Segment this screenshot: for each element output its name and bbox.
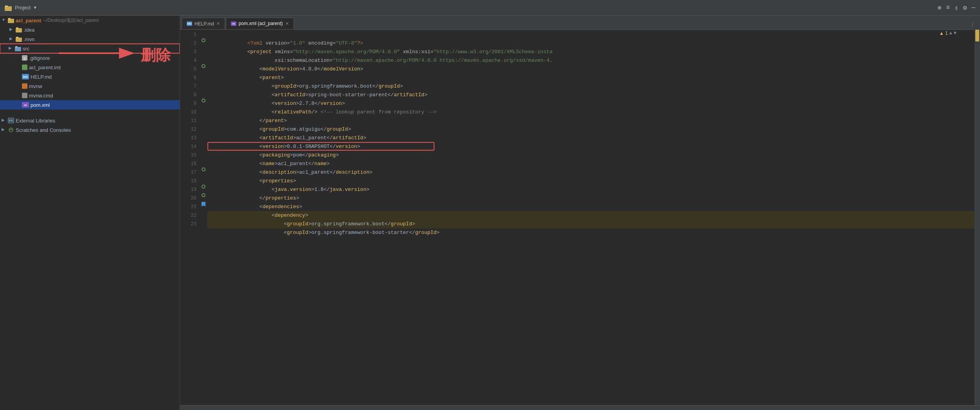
titlebar-dropdown-arrow[interactable]: ▼: [34, 5, 36, 10]
sidebar-item-scratches[interactable]: Scratches and Consoles: [0, 125, 180, 135]
svg-rect-16: [22, 93, 27, 98]
xml-decl-1: <?xml: [247, 40, 266, 46]
svg-rect-18: [9, 119, 10, 122]
xml-br-15b: >: [275, 161, 278, 167]
sidebar-item-mvnw[interactable]: mvnw: [0, 81, 180, 91]
horizontal-scrollbar[interactable]: [180, 405, 980, 410]
xml-br-21b: >: [305, 212, 308, 218]
xml-br-8c: </: [314, 101, 321, 106]
scratches-label: Scratches and Consoles: [16, 127, 71, 133]
tab-helpmd-close[interactable]: ✕: [216, 21, 220, 26]
sidebar-item-external-libraries[interactable]: External Libraries: [0, 116, 180, 125]
xml-br-14c: </: [302, 152, 308, 158]
xml-attr-xmlns: xmlns: [275, 49, 290, 55]
libraries-icon: [8, 118, 14, 123]
xml-tag-pkg-close: packaging: [308, 152, 336, 158]
xml-tag-mv-close: modelVersion: [324, 66, 360, 72]
xml-br-4d: >: [360, 66, 363, 72]
xml-tag-ver2: version: [263, 144, 284, 149]
xml-val-xsi: "http://www.w3.org/2001/XMLSchema-insta: [434, 49, 553, 55]
sidebar-item-helpmd[interactable]: MD HELP.md: [0, 72, 180, 81]
line-numbers: 1 2 3 4 5 6 7 8 9 10 11 12 13 14 15 16 1: [180, 30, 200, 405]
sidebar-item-src[interactable]: src: [0, 44, 180, 53]
xml-tag-aid: artifactId: [275, 92, 305, 98]
list-icon[interactable]: ≡: [946, 4, 950, 11]
xml-tag-aid-close: artifactId: [394, 92, 424, 98]
xml-tag-ver: version: [275, 101, 296, 106]
xml-indent-22: [247, 221, 284, 227]
xml-br-10a: </: [259, 118, 266, 124]
svg-rect-19: [11, 119, 12, 122]
tab-bar-menu-icon[interactable]: ⋮: [967, 21, 978, 28]
xml-br-8d: >: [342, 101, 345, 106]
root-path: ~/Desktop/项目/acl_parent: [43, 17, 99, 24]
xml-decl-end: ?>: [357, 40, 364, 46]
xml-br-11b: >: [284, 126, 287, 132]
xml-tag-parent-close: parent: [265, 118, 284, 124]
xml-br-13c: </: [330, 144, 336, 149]
minus-icon[interactable]: —: [971, 4, 975, 11]
titlebar-icons: ⊕ ≡ ⇕ ⚙ —: [938, 4, 975, 12]
scrollbar-thumb: [975, 30, 979, 41]
line-num-7: 7: [180, 82, 196, 91]
sidebar-item-mvnwcmd[interactable]: mvnw.cmd: [0, 91, 180, 100]
arrow-right-ext-icon: [2, 118, 7, 123]
src-folder-icon: [15, 46, 21, 51]
editor-area: MD HELP.md ✕ m pom.xml (acl_parent) ✕ ⋮ …: [180, 16, 980, 410]
gitignore-label: .gitignore: [29, 55, 50, 61]
xml-tag-gid3-close: groupId: [391, 221, 412, 227]
sidebar-item-idea[interactable]: .idea: [0, 25, 180, 34]
code-area[interactable]: <?xml version="1.0" encoding="UTF-8"?> <…: [207, 30, 975, 405]
globe-icon[interactable]: ⊕: [938, 4, 942, 12]
sidebar-item-iml[interactable]: acl_parent.iml: [0, 63, 180, 72]
tab-pomxml-close[interactable]: ✕: [285, 21, 289, 26]
titlebar: Project ▼ ⊕ ≡ ⇕ ⚙ —: [0, 0, 980, 16]
tab-xml-icon: m: [231, 22, 236, 26]
xml-tag-gid3: groupId: [287, 221, 308, 227]
svg-rect-15: [22, 83, 27, 89]
xml-attr-xmlns-xsi: xmlns:xsi: [400, 49, 431, 55]
line-num-22: 22: [180, 211, 196, 220]
tab-pomxml[interactable]: m pom.xml (acl_parent) ✕: [226, 18, 294, 29]
line-num-21: 21: [180, 203, 196, 211]
tab-helpmd-label: HELP.md: [195, 21, 214, 27]
titlebar-project-title[interactable]: Project: [15, 5, 31, 11]
line-num-2: 2: [180, 39, 196, 48]
xml-br-8a: <: [272, 101, 275, 106]
xml-eq-4: =: [431, 49, 434, 55]
sidebar-item-mvn[interactable]: .mvn: [0, 34, 180, 44]
sidebar-item-root[interactable]: acl_parent ~/Desktop/项目/acl_parent: [0, 16, 180, 25]
sidebar-item-gitignore[interactable]: g .gitignore: [0, 53, 180, 63]
xml-sp-9: [317, 109, 321, 115]
xml-eq-2: =: [333, 40, 336, 46]
xml-val-xmlns: "http://maven.apache.org/POM/4.0.0": [293, 49, 400, 55]
xml-tag-gid4: groupId: [287, 230, 308, 236]
gear-icon[interactable]: ⚙: [963, 4, 967, 12]
svg-rect-9: [16, 37, 18, 38]
svg-rect-20: [12, 119, 13, 122]
xml-comment-9: <!-- lookup parent from repository -->: [321, 109, 436, 115]
xml-attr-schema: xsi:schemaLocation: [247, 58, 330, 63]
xml-tag-name: name: [263, 161, 275, 167]
xml-tag-ver2-close: version: [336, 144, 357, 149]
vertical-scrollbar[interactable]: [975, 30, 980, 405]
svg-rect-7: [16, 27, 18, 29]
split-icon[interactable]: ⇕: [955, 4, 958, 12]
tab-helpmd[interactable]: MD HELP.md ✕: [182, 18, 225, 29]
xml-name-val: acl_parent: [278, 161, 308, 167]
sidebar-item-pomxml[interactable]: m pom.xml: [0, 100, 180, 110]
xml-br-14b: >: [290, 152, 293, 158]
xml-br-20a: <: [259, 204, 263, 210]
xml-br-18a: <: [272, 187, 275, 192]
xml-br-5a: <: [259, 75, 263, 81]
line-num-6: 6: [180, 74, 196, 82]
xml-attr-encoding: encoding: [305, 40, 333, 46]
xml-tag-mv: modelVersion: [263, 66, 299, 72]
svg-rect-5: [8, 18, 11, 20]
xml-br-12a: <: [259, 135, 263, 141]
code-line-1: <?xml version="1.0" encoding="UTF-8"?>: [207, 31, 975, 39]
xml-indent-9: [247, 109, 272, 115]
xml-tag-aid2: artifactId: [263, 135, 293, 141]
sidebar: acl_parent ~/Desktop/项目/acl_parent .idea…: [0, 16, 180, 410]
tab-pomxml-label: pom.xml (acl_parent): [239, 21, 283, 26]
